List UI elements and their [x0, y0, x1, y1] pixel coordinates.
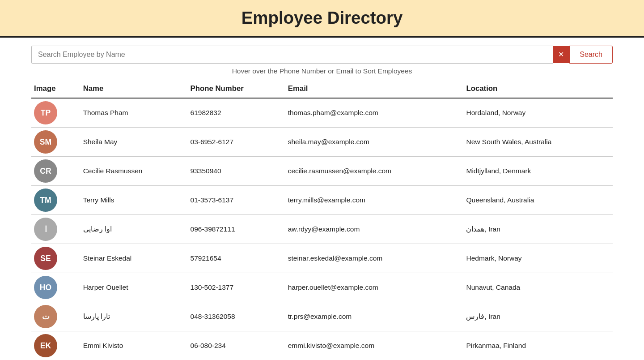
- employee-phone[interactable]: 93350940: [188, 157, 285, 186]
- table-row: EKEmmi Kivisto06-080-234emmi.kivisto@exa…: [31, 331, 613, 360]
- avatar: SE: [34, 247, 57, 270]
- employee-phone[interactable]: 57921654: [188, 244, 285, 273]
- table-row: SESteinar Eskedal57921654steinar.eskedal…: [31, 244, 613, 273]
- employee-avatar-cell: TM: [31, 186, 80, 215]
- avatar: ت: [34, 305, 57, 328]
- employee-name: Sheila May: [80, 128, 188, 157]
- avatar: HO: [34, 276, 57, 299]
- table-row: TMTerry Mills01-3573-6137terry.mills@exa…: [31, 186, 613, 215]
- employee-phone[interactable]: 130-502-1377: [188, 273, 285, 302]
- employee-avatar-cell: CR: [31, 157, 80, 186]
- avatar: TP: [34, 101, 57, 124]
- avatar: EK: [34, 334, 57, 357]
- employee-phone[interactable]: 06-080-234: [188, 331, 285, 360]
- employee-name: تارا پارسا: [80, 302, 188, 331]
- employee-location: Hordaland, Norway: [463, 98, 613, 128]
- employee-email[interactable]: harper.ouellet@example.com: [285, 273, 464, 302]
- employee-phone[interactable]: 61982832: [188, 98, 285, 128]
- employee-location: Midtjylland, Denmark: [463, 157, 613, 186]
- employee-email[interactable]: sheila.may@example.com: [285, 128, 464, 157]
- col-email[interactable]: Email: [285, 81, 464, 98]
- employee-phone[interactable]: 03-6952-6127: [188, 128, 285, 157]
- col-name: Name: [80, 81, 188, 98]
- employee-email[interactable]: thomas.pham@example.com: [285, 98, 464, 128]
- employee-location: فارس, Iran: [463, 302, 613, 331]
- page-header: Employee Directory: [0, 0, 644, 38]
- employee-avatar-cell: HO: [31, 273, 80, 302]
- employee-avatar-cell: SE: [31, 244, 80, 273]
- search-bar: ✕ Search: [31, 46, 613, 64]
- employee-location: همدان, Iran: [463, 215, 613, 244]
- table-header-row: Image Name Phone Number Email Location: [31, 81, 613, 98]
- search-input[interactable]: [31, 46, 553, 64]
- employee-avatar-cell: TP: [31, 98, 80, 128]
- sort-hint: Hover over the Phone Number or Email to …: [0, 67, 644, 75]
- col-phone[interactable]: Phone Number: [188, 81, 285, 98]
- employee-table-container: Image Name Phone Number Email Location T…: [31, 81, 613, 360]
- employee-email[interactable]: emmi.kivisto@example.com: [285, 331, 464, 360]
- avatar: SM: [34, 130, 57, 154]
- employee-name: Cecilie Rasmussen: [80, 157, 188, 186]
- employee-name: Thomas Pham: [80, 98, 188, 128]
- table-row: CRCecilie Rasmussen93350940cecilie.rasmu…: [31, 157, 613, 186]
- avatar: ا: [34, 218, 57, 241]
- employee-location: Hedmark, Norway: [463, 244, 613, 273]
- employee-name: Steinar Eskedal: [80, 244, 188, 273]
- employee-name: Harper Ouellet: [80, 273, 188, 302]
- employee-email[interactable]: tr.prs@example.com: [285, 302, 464, 331]
- employee-table: Image Name Phone Number Email Location T…: [31, 81, 613, 360]
- employee-location: Nunavut, Canada: [463, 273, 613, 302]
- employee-phone[interactable]: 096-39872111: [188, 215, 285, 244]
- employee-avatar-cell: ت: [31, 302, 80, 331]
- table-row: SMSheila May03-6952-6127sheila.may@examp…: [31, 128, 613, 157]
- employee-location: Pirkanmaa, Finland: [463, 331, 613, 360]
- employee-email[interactable]: terry.mills@example.com: [285, 186, 464, 215]
- table-row: تتارا پارسا048-31362058tr.prs@example.co…: [31, 302, 613, 331]
- table-row: TPThomas Pham61982832thomas.pham@example…: [31, 98, 613, 128]
- col-image: Image: [31, 81, 80, 98]
- table-row: ااوا رضایی096-39872111aw.rdyy@example.co…: [31, 215, 613, 244]
- clear-button[interactable]: ✕: [553, 46, 569, 63]
- employee-email[interactable]: steinar.eskedal@example.com: [285, 244, 464, 273]
- table-row: HOHarper Ouellet130-502-1377harper.ouell…: [31, 273, 613, 302]
- avatar: CR: [34, 159, 57, 183]
- employee-location: New South Wales, Australia: [463, 128, 613, 157]
- employee-avatar-cell: ا: [31, 215, 80, 244]
- employee-avatar-cell: SM: [31, 128, 80, 157]
- employee-email[interactable]: aw.rdyy@example.com: [285, 215, 464, 244]
- employee-avatar-cell: EK: [31, 331, 80, 360]
- employee-location: Queensland, Australia: [463, 186, 613, 215]
- employee-phone[interactable]: 048-31362058: [188, 302, 285, 331]
- page-title: Employee Directory: [0, 8, 644, 28]
- employee-name: Terry Mills: [80, 186, 188, 215]
- employee-email[interactable]: cecilie.rasmussen@example.com: [285, 157, 464, 186]
- employee-name: اوا رضایی: [80, 215, 188, 244]
- col-location: Location: [463, 81, 613, 98]
- employee-phone[interactable]: 01-3573-6137: [188, 186, 285, 215]
- avatar: TM: [34, 189, 57, 212]
- employee-name: Emmi Kivisto: [80, 331, 188, 360]
- search-button[interactable]: Search: [569, 46, 613, 64]
